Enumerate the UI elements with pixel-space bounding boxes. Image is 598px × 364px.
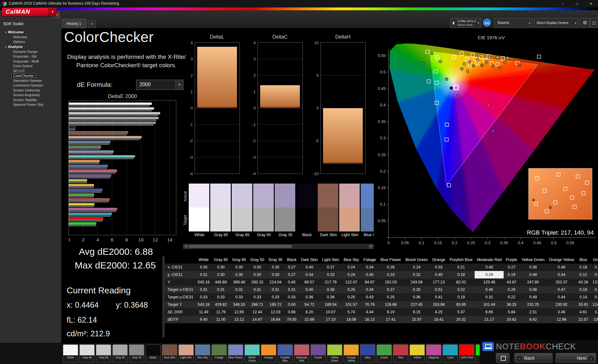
calman-logo-button[interactable]: CalMAN ▼: [2, 8, 57, 16]
patch-tile-magenta[interactable]: Magenta: [426, 344, 441, 363]
sidebar-item-label: Dynamic Range: [12, 50, 39, 54]
close-button[interactable]: ✕: [584, 0, 598, 7]
sidebar-item-welcome[interactable]: Welcome: [0, 35, 61, 40]
sidebar-item-color-gamut[interactable]: Color Gamut: [0, 64, 61, 69]
sidebar-item-3d-lut[interactable]: 3D LUT: [0, 68, 61, 73]
compare-tile-black[interactable]: [296, 184, 317, 231]
sidebar-section-welcome[interactable]: ▾Welcome: [0, 30, 61, 35]
table-row-label: Target x:CIE31: [165, 286, 196, 293]
minimize-button[interactable]: –: [556, 0, 570, 7]
compare-tile-light-skin[interactable]: [339, 184, 360, 231]
patch-tile-bluish-green[interactable]: Bluish Green: [244, 344, 260, 363]
sidebar-item-screen-stability[interactable]: Screen Stability: [0, 97, 61, 102]
patch-tile-moderate-red[interactable]: Moderate Red: [294, 344, 309, 363]
de-formula-value: 2000: [140, 82, 151, 87]
patch-compare-names: WhiteGray 80Gray 65Gray 50Gray 35BlackDa…: [189, 233, 374, 238]
patch-tile-dark-skin[interactable]: Dark Skin: [162, 344, 177, 363]
sidebar-item-saturation-sweeps[interactable]: Saturation Sweeps: [0, 78, 61, 83]
patch-window-button[interactable]: [496, 353, 510, 363]
table-cell: 0.86: [285, 308, 299, 316]
patch-tile-white[interactable]: White: [63, 344, 78, 363]
patch-tile-green[interactable]: Green: [377, 344, 392, 363]
sidebar-item-grayscale-multi[interactable]: Grayscale - Multi: [0, 59, 61, 64]
actual-swatch: [210, 184, 231, 208]
settings-button[interactable]: ⚙: [580, 18, 590, 28]
reading-count-badge[interactable]: 231: [483, 19, 491, 26]
tab-history-1[interactable]: History 1: [61, 19, 87, 28]
next-label: Next: [577, 355, 586, 361]
de-formula-dropdown[interactable]: 2000 ▼: [136, 80, 183, 90]
display-control-dropdown[interactable]: Direct Display Control ▼: [534, 18, 579, 28]
patch-scrollbar[interactable]: ◄ ►: [183, 244, 374, 249]
description-line-1: Display analysis is performed with the X…: [61, 53, 192, 61]
table-cell: 70.79: [361, 301, 378, 308]
patch-tile-light-skin[interactable]: Light Skin: [178, 344, 194, 363]
cie-title: CIE 1976 u'v': [478, 35, 505, 40]
patch-tile-gray-80[interactable]: Gray 80: [79, 344, 95, 363]
patch-tile-blue-flower[interactable]: Blue Flower: [228, 344, 243, 363]
patch-tile-foliage[interactable]: Foliage: [211, 344, 227, 363]
target-swatch: [189, 208, 209, 231]
svg-text:0.1: 0.1: [419, 240, 424, 245]
table-cell: 0.33: [196, 293, 212, 301]
patch-label: Orange: [261, 355, 276, 359]
sidebar-item-screen-angularity[interactable]: Screen Angularity: [0, 93, 61, 98]
sidebar-item-dynamic-range[interactable]: Dynamic Range: [0, 49, 61, 54]
logo-dropdown-icon[interactable]: ▼: [48, 8, 57, 16]
sidebar-item-colorchecker[interactable]: ColorChecker: [0, 73, 61, 78]
patch-tile-cyan[interactable]: Cyan: [443, 344, 458, 363]
patch-color: [245, 345, 259, 355]
patch-tile-black[interactable]: Black: [145, 344, 161, 363]
patch-tile-orange-yellow[interactable]: Orange Yellow: [344, 344, 359, 363]
sidebar-item-spectral-power-dist-[interactable]: Spectral Power Dist.: [0, 102, 61, 107]
compare-tile-blue-sky[interactable]: [361, 184, 374, 231]
table-cell: 153.98: [430, 301, 448, 308]
patch-tile-gray-35[interactable]: Gray 35: [129, 344, 144, 363]
next-chevron-icon: »: [588, 356, 594, 362]
source-label: Source: [497, 21, 509, 25]
patch-tile-orange[interactable]: Orange: [261, 344, 276, 363]
patch-tile-purplish-blue[interactable]: Purplish Blue: [278, 344, 293, 363]
patch-label: Green: [377, 355, 392, 359]
compare-tile-gray-50[interactable]: [253, 184, 274, 231]
compare-tile-name: Gray 65: [232, 233, 253, 237]
compare-tile-dark-skin[interactable]: [318, 184, 338, 231]
sidebar-item-luminance-sweeps[interactable]: Luminance Sweeps: [0, 83, 61, 88]
table-cell: 11.79: [212, 308, 230, 316]
next-button[interactable]: Next»: [556, 353, 596, 363]
compare-tile-white[interactable]: [189, 184, 209, 231]
back-button[interactable]: «Back: [515, 353, 553, 363]
scrollbar-thumb[interactable]: [189, 245, 292, 248]
compare-tile-gray-35[interactable]: [275, 184, 295, 231]
patch-tile-blue-sky[interactable]: Blue Sky: [195, 344, 210, 363]
sidebar-item-grayscale-2pt[interactable]: Grayscale - 2pt: [0, 54, 61, 59]
scroll-left-button[interactable]: ◄: [183, 244, 188, 249]
scroll-right-button[interactable]: ►: [368, 244, 373, 249]
measurement-marker: [445, 78, 448, 81]
table-cell: 0.37: [320, 264, 341, 271]
sidebar-section-analysis[interactable]: ▾Analysis: [0, 44, 61, 49]
meter-icon: ▮: [453, 21, 454, 25]
source-dropdown[interactable]: Source ▼: [494, 18, 533, 28]
patch-tile-gray-65[interactable]: Gray 65: [96, 344, 111, 363]
patch-tile-purple[interactable]: Purple: [311, 344, 326, 363]
sidebar-item-options[interactable]: Options: [0, 40, 61, 44]
table-col-header: Blue Flower: [378, 256, 403, 264]
table-cell: 0.33: [266, 293, 284, 301]
compare-tile-gray-65[interactable]: [232, 184, 252, 231]
layout-button[interactable]: ◫: [590, 18, 598, 28]
sidebar-item-screen-uniformity[interactable]: Screen Uniformity: [0, 88, 61, 93]
patch-tile-yellow-green[interactable]: Yellow Green: [327, 344, 342, 363]
maximize-button[interactable]: □: [570, 0, 584, 7]
table-cell: 0.27: [285, 264, 299, 271]
patch-tile-blue[interactable]: Blue: [360, 344, 375, 363]
compare-tile-gray-80[interactable]: [210, 184, 231, 231]
patch-tile-gray-50[interactable]: Gray 50: [112, 344, 128, 363]
patch-tile-red[interactable]: Red: [393, 344, 408, 363]
patch-tile-yellow[interactable]: Yellow: [410, 344, 425, 363]
add-tab-button[interactable]: +: [88, 20, 96, 28]
meter-dropdown[interactable]: ▮ X-Rite i1Pro 2 Direct View ▼: [450, 18, 482, 28]
table-cell: 445.69: [212, 278, 230, 286]
patch-tile-100-red[interactable]: 100% Red: [459, 344, 474, 363]
table-cell: 0.49: [547, 264, 576, 271]
